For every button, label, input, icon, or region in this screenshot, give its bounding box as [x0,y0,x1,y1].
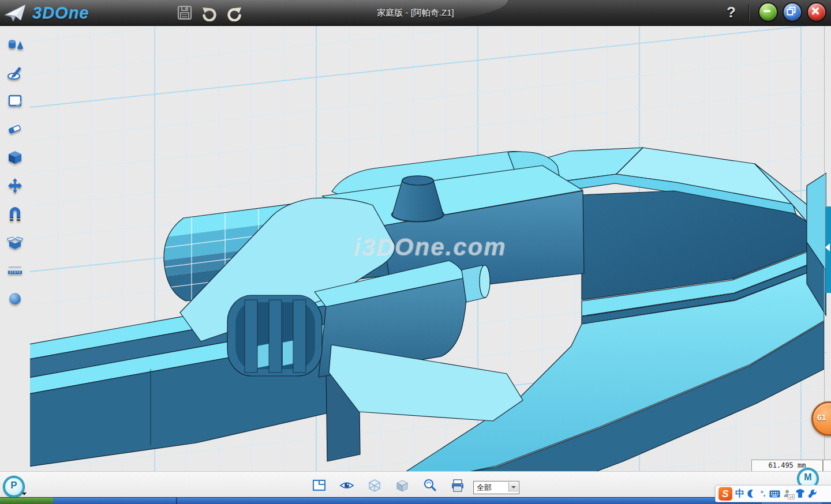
skin-tshirt-icon[interactable] [795,489,805,498]
ruler-icon [6,262,24,279]
magnifier-icon [422,478,438,493]
paper-plane-icon [3,2,28,23]
eraser-icon [6,121,24,138]
display-filter-dropdown[interactable]: 全部 [473,481,519,494]
profile-caret-icon[interactable] [22,492,27,495]
sphere-icon [6,290,24,307]
readout-unit-box [823,460,831,472]
erase-button[interactable] [6,121,24,138]
save-icon [176,4,193,21]
sketch-pencil-icon [6,64,24,81]
constraint-magnet-button[interactable] [6,205,24,223]
magnet-icon [6,205,24,223]
left-toolbar [0,25,30,471]
wireframe-display-button[interactable] [366,478,383,493]
punctuation-mode-icon[interactable]: °, [759,490,766,498]
os-taskbar-strip [0,497,831,504]
primitive-solids-icon [6,36,24,53]
minimize-icon [759,3,774,18]
save-button[interactable] [176,4,193,21]
profile-badge[interactable]: P [3,476,24,497]
taskbar-window-segment[interactable] [53,497,831,504]
close-button[interactable] [808,3,825,21]
redo-button[interactable] [226,4,243,21]
maximize-restore-button[interactable] [784,3,801,21]
modeling-viewport[interactable] [30,25,824,471]
titlebar-divider [748,5,749,21]
view-pane-button[interactable] [311,478,327,493]
visibility-eye-button[interactable] [339,478,355,493]
user-count-value: 14 [788,494,795,499]
view-pane-icon [311,478,327,493]
primitive-solids-button[interactable] [6,36,24,53]
shaded-display-button[interactable] [394,478,410,493]
move-transform-button[interactable] [6,177,24,194]
special-feature-button[interactable] [6,234,24,251]
app-logo: 3DOne [3,2,136,23]
title-bar: 3DOne 家庭版 - [阿帕奇.Z1] ? [0,0,831,26]
expand-left-arrow-icon [825,243,830,251]
cube-icon [6,149,24,166]
minimize-button[interactable] [759,3,777,21]
printer-icon [450,478,466,493]
taskbar-start-segment[interactable] [0,497,53,504]
solid-feature-button[interactable] [6,149,24,166]
close-icon [808,3,823,18]
chinese-mode-icon[interactable]: 中 [735,488,744,500]
display-filter-value: 全部 [477,483,492,493]
print-button[interactable] [450,478,466,493]
brand-name: 3DOne [32,3,89,22]
shaded-cube-icon [394,478,410,493]
restore-icon [784,3,799,18]
help-button[interactable]: ? [723,3,740,21]
sketch-plane-icon [6,92,24,110]
open-box-icon [6,234,24,251]
chevron-down-icon[interactable] [508,482,518,492]
settings-wrench-icon[interactable] [808,489,817,498]
eye-icon [339,478,355,493]
notification-count: 61 [817,413,826,422]
wireframe-cube-icon [366,478,383,493]
move-arrows-icon [6,177,24,194]
material-render-button[interactable] [6,290,24,307]
user-count-icon[interactable]: 14 [783,489,792,498]
moon-night-mode-icon[interactable] [747,489,757,498]
bottom-toolbar: P [0,471,831,498]
undo-icon [201,4,218,21]
soft-keyboard-icon[interactable] [769,490,780,498]
measure-ruler-button[interactable] [6,262,24,279]
redo-icon [226,4,243,21]
sketch-plane-button[interactable] [6,92,24,110]
sogou-logo-icon[interactable]: S [718,487,732,501]
taskbar-divider [176,498,177,504]
zoom-search-button[interactable] [422,478,438,493]
undo-button[interactable] [201,4,218,21]
ime-tray: S 中 °, 14 [715,485,831,502]
sketch-draw-button[interactable] [6,64,24,81]
collapsed-panel-tab[interactable] [825,206,831,293]
